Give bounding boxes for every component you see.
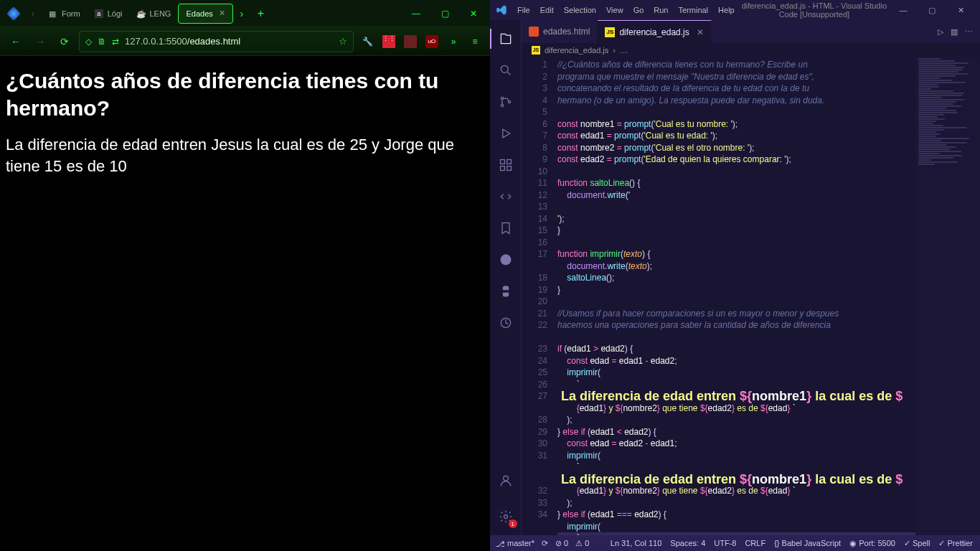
vsc-minimize-button[interactable]: — — [890, 3, 917, 17]
close-tab-icon[interactable]: ✕ — [219, 9, 225, 18]
page-subheading: La diferencia de edad entren Jesus la cu… — [6, 134, 484, 176]
extensions-button[interactable] — [490, 151, 522, 179]
menu-help[interactable]: Help — [714, 3, 739, 17]
tab-label: Edades — [186, 9, 212, 18]
breadcrumb-item[interactable]: … — [620, 46, 628, 55]
errors-count[interactable]: ⊘ 0 — [555, 539, 568, 548]
editor-tabs: edades.html JSdiferencia_edad.js✕ ▷ ▥ ⋯ — [522, 20, 980, 43]
browser-tab[interactable]: ▦Form — [42, 4, 88, 24]
reload-button[interactable]: ⟳ — [55, 32, 75, 52]
github-button[interactable] — [490, 245, 522, 274]
explorer-button[interactable] — [490, 24, 522, 53]
spell-check[interactable]: ✓ Spell — [904, 539, 930, 548]
branch-indicator[interactable]: ⎇ master* — [496, 539, 534, 548]
run-debug-button[interactable] — [490, 119, 522, 148]
new-tab-button[interactable]: + — [250, 7, 271, 20]
svg-rect-5 — [507, 160, 511, 164]
code-editor[interactable]: 1234567891011121314151617 1819202122 232… — [522, 57, 980, 535]
search-button[interactable] — [490, 56, 522, 85]
run-file-button[interactable]: ▷ — [938, 27, 943, 37]
tab-forward-button[interactable]: › — [233, 5, 250, 22]
settings-badge: 1 — [509, 519, 517, 528]
url-text: 127.0.0.1:5500/edades.html — [125, 36, 240, 47]
forward-button[interactable]: → — [30, 32, 50, 52]
browser-window: ‹ ▦Form aLógi ☕LENG Edades✕ › + — ▢ ✕ ← … — [0, 0, 490, 551]
indent-setting[interactable]: Spaces: 4 — [670, 539, 705, 547]
maximize-button[interactable]: ▢ — [431, 4, 458, 24]
python-button[interactable] — [490, 277, 522, 306]
tab-label: LENG — [149, 9, 171, 18]
vscode-window-controls: — ▢ ✕ — [890, 3, 974, 17]
bookmark-star-icon[interactable]: ☆ — [339, 36, 347, 47]
menu-selection[interactable]: Selection — [560, 3, 600, 17]
editor-tab[interactable]: edades.html — [522, 20, 598, 43]
sync-button[interactable]: ⟳ — [542, 539, 548, 548]
language-mode[interactable]: {} Babel JavaScript — [774, 539, 841, 547]
split-editor-button[interactable]: ▥ — [951, 27, 958, 37]
svg-rect-6 — [500, 166, 504, 171]
more-actions-button[interactable]: ⋯ — [965, 27, 973, 37]
app-menu-button[interactable]: ≡ — [466, 32, 484, 51]
activity-bar: 1 — [490, 20, 522, 535]
tab-back-button[interactable]: ‹ — [24, 5, 42, 22]
vscode-logo-icon — [496, 4, 507, 16]
browser-tab-active[interactable]: Edades✕ — [178, 4, 232, 24]
prettier-status[interactable]: ✓ Prettier — [938, 539, 973, 548]
js-file-icon: JS — [605, 27, 615, 37]
close-tab-icon[interactable]: ✕ — [697, 27, 704, 37]
account-button[interactable] — [490, 466, 522, 495]
java-icon: ☕ — [136, 9, 145, 18]
tab-label: diferencia_edad.js — [619, 27, 689, 37]
tab-label: edades.html — [543, 27, 590, 37]
settings-gear-button[interactable]: 1 — [490, 502, 522, 531]
minimap[interactable] — [915, 57, 980, 535]
menu-go[interactable]: Go — [629, 3, 649, 17]
browser-tabs: ▦Form aLógi ☕LENG Edades✕ › + — [42, 0, 402, 27]
eol[interactable]: CRLF — [745, 539, 765, 547]
editor-tab-active[interactable]: JSdiferencia_edad.js✕ — [598, 20, 711, 43]
live-server-port[interactable]: ◉ Port: 5500 — [849, 539, 895, 548]
encoding[interactable]: UTF-8 — [714, 539, 736, 547]
overflow-ext-button[interactable]: » — [444, 32, 463, 51]
tab-label: Form — [62, 9, 80, 18]
svg-rect-7 — [507, 166, 511, 171]
line-gutter: 1234567891011121314151617 1819202122 232… — [522, 57, 557, 535]
menu-terminal[interactable]: Terminal — [674, 3, 713, 17]
scm-button[interactable] — [490, 88, 522, 116]
svg-point-2 — [501, 104, 503, 106]
live-button[interactable] — [490, 309, 522, 337]
code-content[interactable]: //¿Cuántos años de diferencia tienes con… — [557, 57, 915, 535]
back-button[interactable]: ← — [6, 32, 26, 52]
cursor-position[interactable]: Ln 31, Col 110 — [611, 539, 662, 547]
ext-brown-icon[interactable] — [401, 32, 420, 51]
bookmark-button[interactable] — [490, 214, 522, 242]
vsc-maximize-button[interactable]: ▢ — [918, 3, 946, 17]
svg-point-1 — [501, 97, 503, 99]
svg-point-3 — [508, 100, 510, 103]
chevron-right-icon: › — [613, 46, 616, 55]
wrench-ext-icon[interactable]: 🔧 — [358, 32, 377, 51]
warnings-count[interactable]: ⚠ 0 — [575, 539, 589, 548]
menu-run[interactable]: Run — [649, 3, 672, 17]
ext-red-icon[interactable]: ⋮⋮ — [380, 32, 398, 51]
menu-file[interactable]: File — [513, 3, 534, 17]
minimize-button[interactable]: — — [402, 4, 430, 24]
ublock-ext-icon[interactable]: uO — [423, 32, 441, 51]
close-window-button[interactable]: ✕ — [460, 4, 487, 24]
vscode-menu: File Edit Selection View Go Run Terminal… — [513, 3, 739, 17]
breadcrumb-item[interactable]: diferencia_edad.js — [545, 46, 608, 55]
menu-view[interactable]: View — [602, 3, 628, 17]
html-file-icon — [529, 27, 539, 37]
tab-label: Lógi — [108, 9, 123, 18]
menu-edit[interactable]: Edit — [536, 3, 558, 17]
vsc-close-button[interactable]: ✕ — [947, 3, 974, 17]
breadcrumb[interactable]: JS diferencia_edad.js › … — [522, 43, 980, 57]
js-file-icon: JS — [532, 46, 540, 55]
vscode-titlebar: File Edit Selection View Go Run Terminal… — [490, 0, 980, 20]
browser-logo-icon — [6, 6, 21, 21]
browser-tab[interactable]: aLógi — [88, 4, 130, 24]
browser-window-controls: — ▢ ✕ — [402, 4, 487, 24]
remote-button[interactable] — [490, 182, 522, 211]
url-bar[interactable]: ◇ 🗎 ⇄ 127.0.0.1:5500/edades.html ☆ — [79, 31, 354, 52]
browser-tab[interactable]: ☕LENG — [129, 4, 178, 24]
